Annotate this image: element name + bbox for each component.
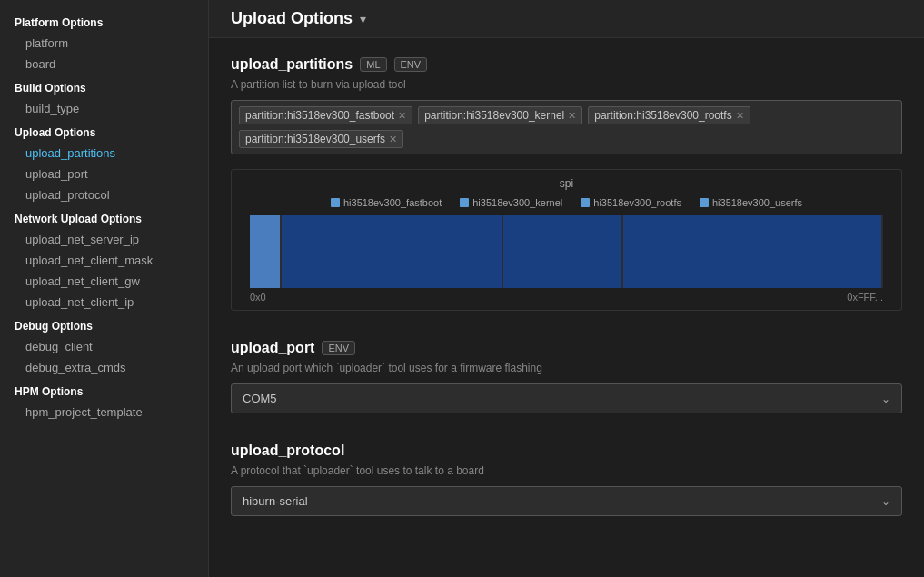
legend-label: hi3518ev300_kernel [472,197,562,208]
main-content: Upload Options ▾ upload_partitions ML EN… [209,0,924,577]
sidebar-section-upload-options: Upload Options [0,119,208,143]
sidebar-section-platform-options: Platform Options [0,9,208,33]
upload-port-chevron-icon: ⌄ [881,393,890,405]
chart-label-end: 0xFFF... [847,292,883,303]
chart-labels: 0x0 0xFFF... [232,288,901,310]
sidebar-item-board[interactable]: board [0,54,208,75]
partition-tag: partition:hi3518ev300_kernel✕ [418,106,582,124]
legend-dot [331,198,340,207]
chart-title: spi [232,170,901,194]
sidebar-item-build_type[interactable]: build_type [0,98,208,119]
upload-partitions-section: upload_partitions ML ENV A partition lis… [231,56,902,311]
sidebar-section-build-options: Build Options [0,75,208,98]
tags-container[interactable]: partition:hi3518ev300_fastboot✕partition… [231,100,902,154]
chart-label-start: 0x0 [250,292,266,303]
upload-port-dropdown[interactable]: COM5 ⌄ [231,383,902,413]
chart-segment-3 [623,215,883,288]
upload-port-env-badge: ENV [322,341,355,355]
upload-protocol-title-row: upload_protocol [231,443,902,459]
ml-badge: ML [360,57,386,72]
chart-segment-0 [250,215,282,288]
sidebar-item-upload_net_client_mask[interactable]: upload_net_client_mask [0,250,208,271]
sidebar-item-upload_net_client_gw[interactable]: upload_net_client_gw [0,271,208,292]
upload-protocol-chevron-icon: ⌄ [881,495,890,508]
tag-label: partition:hi3518ev300_kernel [424,109,564,122]
page-header: Upload Options ▾ [209,0,924,38]
upload-protocol-value: hiburn-serial [243,494,308,508]
legend-dot [581,198,590,207]
legend-dot [460,198,469,207]
tag-close-icon[interactable]: ✕ [389,134,397,145]
sidebar-item-upload_protocol[interactable]: upload_protocol [0,184,208,205]
sidebar-item-upload_net_client_ip[interactable]: upload_net_client_ip [0,292,208,313]
partition-tag: partition:hi3518ev300_fastboot✕ [239,106,412,124]
content-area: upload_partitions ML ENV A partition lis… [209,38,924,563]
sidebar-section-network-upload-options: Network Upload Options [0,205,208,229]
chevron-icon[interactable]: ▾ [360,12,366,26]
tag-label: partition:hi3518ev300_rootfs [594,109,731,122]
sidebar-item-platform[interactable]: platform [0,33,208,54]
sidebar-item-upload_partitions[interactable]: upload_partitions [0,143,208,164]
tag-label: partition:hi3518ev300_userfs [245,133,385,145]
legend-item-2: hi3518ev300_rootfs [581,197,681,208]
page-title: Upload Options [231,9,353,28]
tag-label: partition:hi3518ev300_fastboot [245,109,394,122]
upload-port-title: upload_port [231,340,314,356]
upload-protocol-dropdown[interactable]: hiburn-serial ⌄ [231,486,902,516]
legend-label: hi3518ev300_fastboot [343,197,442,208]
chart-bar-bg [250,215,883,288]
sidebar-item-debug_client[interactable]: debug_client [0,336,208,357]
chart-bar-area [250,215,883,288]
sidebar-section-debug-options: Debug Options [0,313,208,336]
upload-partitions-title: upload_partitions [231,56,353,73]
sidebar-item-upload_port[interactable]: upload_port [0,164,208,184]
legend-item-0: hi3518ev300_fastboot [331,197,442,208]
sidebar-item-debug_extra_cmds[interactable]: debug_extra_cmds [0,357,208,378]
env-badge: ENV [394,57,428,72]
chart-wrapper: spi hi3518ev300_fastboothi3518ev300_kern… [231,169,902,311]
legend-item-3: hi3518ev300_userfs [700,197,802,208]
upload-port-value: COM5 [243,392,277,405]
tag-close-icon[interactable]: ✕ [736,110,744,122]
legend-dot [700,198,709,207]
upload-port-desc: An upload port which `uploader` tool use… [231,362,902,374]
sidebar-item-upload_net_server_ip[interactable]: upload_net_server_ip [0,229,208,250]
chart-segment-1 [282,215,503,288]
partition-tag: partition:hi3518ev300_userfs✕ [239,130,403,148]
legend-item-1: hi3518ev300_kernel [460,197,562,208]
upload-port-title-row: upload_port ENV [231,340,902,356]
partition-tag: partition:hi3518ev300_rootfs✕ [588,106,750,124]
upload-protocol-title: upload_protocol [231,443,344,459]
legend-label: hi3518ev300_rootfs [593,197,681,208]
chart-segment-2 [503,215,623,288]
upload-port-section: upload_port ENV An upload port which `up… [231,340,902,413]
upload-protocol-section: upload_protocol A protocol that `uploade… [231,443,902,516]
upload-partitions-desc: A partition list to burn via upload tool [231,78,902,91]
sidebar-section-hpm-options: HPM Options [0,378,208,402]
tag-close-icon[interactable]: ✕ [398,110,406,122]
chart-legend: hi3518ev300_fastboothi3518ev300_kernelhi… [232,194,901,215]
sidebar-item-hpm_project_template[interactable]: hpm_project_template [0,402,208,423]
tag-close-icon[interactable]: ✕ [568,110,576,122]
legend-label: hi3518ev300_userfs [712,197,802,208]
sidebar: Platform OptionsplatformboardBuild Optio… [0,0,209,577]
upload-protocol-desc: A protocol that `uploader` tool uses to … [231,464,902,477]
upload-partitions-title-row: upload_partitions ML ENV [231,56,902,73]
